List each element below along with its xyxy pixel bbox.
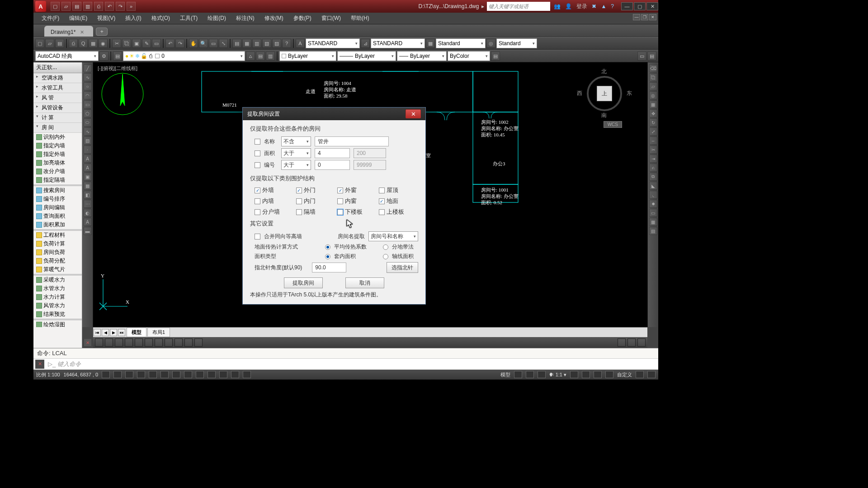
tb-cut-icon[interactable]: ✂ [112, 39, 121, 48]
menu-window[interactable]: 窗口(W) [317, 13, 345, 23]
m1-icon[interactable]: ▭ [649, 209, 657, 217]
sel-area-op[interactable]: 大于 [281, 148, 311, 158]
rotate-icon[interactable]: ↻ [649, 118, 657, 127]
status-drawing-scale[interactable]: 比例 1:100 [36, 371, 60, 378]
palette-item[interactable]: 指定外墙 [33, 150, 82, 159]
sb-r1[interactable] [514, 371, 522, 378]
mdi-restore-button[interactable]: ❐ [641, 14, 648, 20]
tab-prev-icon[interactable]: ◀ [102, 329, 109, 336]
otrack-toggle[interactable] [172, 371, 180, 378]
palette-item[interactable]: 房间负荷 [33, 248, 82, 257]
viewcube-w[interactable]: 西 [577, 89, 582, 97]
3dosnap-toggle[interactable] [160, 371, 169, 378]
a360-icon[interactable]: ▲ [601, 3, 606, 9]
palette-close-icon[interactable]: ✕ [84, 339, 91, 346]
point-icon[interactable]: · [84, 145, 92, 154]
close-button[interactable]: ✕ [646, 2, 658, 10]
viewcube-s[interactable]: 南 [601, 112, 607, 119]
palette-item[interactable]: 加亮墙体 [33, 159, 82, 167]
color-dropdown[interactable]: ByLayer▾ [279, 51, 336, 61]
palette-grp-room[interactable]: 房 间 [33, 123, 82, 133]
trim-icon[interactable]: ✂ [649, 145, 657, 154]
tab-layout1[interactable]: 布局1 [147, 328, 170, 337]
tb-save-icon[interactable]: ▤ [55, 39, 64, 48]
dyn-toggle[interactable] [196, 371, 204, 378]
qat-more-icon[interactable]: » [127, 2, 136, 11]
cmd-close-icon[interactable]: ✕ [35, 360, 44, 369]
ellipse-icon[interactable]: ⬭ [84, 118, 92, 127]
help-search-input[interactable]: 键入关键字或短语 [487, 2, 550, 11]
ortho-toggle[interactable] [125, 371, 133, 378]
tb-ssm-icon[interactable]: ▧ [262, 39, 271, 48]
rdo-heat-zone[interactable] [383, 244, 388, 250]
tb-tbs-icon[interactable]: ▦ [426, 39, 435, 48]
chk-outwin[interactable] [337, 188, 343, 193]
chk-roof[interactable] [379, 188, 385, 193]
grid-toggle[interactable] [113, 371, 122, 378]
palette-item[interactable]: 查询面积 [33, 212, 82, 221]
palette-item[interactable]: 搜索房间 [33, 186, 82, 195]
lwt-toggle[interactable] [208, 371, 216, 378]
palette-item[interactable]: 负荷分配 [33, 257, 82, 265]
new-icon[interactable]: ▢ [51, 2, 60, 11]
t3-icon[interactable]: ▬ [84, 227, 92, 235]
chk-partwall[interactable] [255, 209, 260, 215]
tb-undo2-icon[interactable]: ↶ [165, 39, 175, 48]
viewcube-e[interactable]: 东 [627, 89, 632, 97]
tab-next-icon[interactable]: ▶ [110, 329, 117, 336]
input-name-val[interactable]: 管井 [315, 136, 389, 146]
chamfer-icon[interactable]: ◣ [649, 182, 657, 190]
open-icon[interactable]: ▱ [61, 2, 71, 11]
infocenter-icon[interactable]: 👥 [554, 3, 561, 9]
sb-r9[interactable] [647, 371, 656, 378]
login-link[interactable]: 登录 [576, 3, 587, 10]
layer-prev-icon[interactable]: 🜂 [246, 52, 255, 61]
circle-icon[interactable]: ○ [84, 82, 92, 90]
extract-button[interactable]: 提取房间 [284, 277, 323, 288]
tb-3ddwf-icon[interactable]: ◉ [99, 39, 108, 48]
si-7[interactable] [155, 338, 163, 347]
si-8[interactable] [165, 338, 173, 347]
rdo-heat-avg[interactable] [325, 244, 330, 250]
tablestyle-dropdown[interactable]: Standard▾ [436, 38, 486, 48]
palette-item[interactable]: 负荷计算 [33, 239, 82, 248]
osnap-toggle[interactable] [149, 371, 157, 378]
array-icon[interactable]: ▦ [649, 100, 657, 108]
t1-icon[interactable]: ◐ [84, 209, 92, 217]
layer-dropdown[interactable]: ●☀❄🔓⎙ 0▾ [123, 51, 245, 61]
palette-grp-calc[interactable]: 计 算 [33, 113, 82, 123]
si-5[interactable] [135, 338, 143, 347]
ins-icon[interactable]: ▣ [84, 173, 92, 181]
tb-mark-icon[interactable]: ▨ [272, 39, 281, 48]
mleaderstyle-dropdown[interactable]: Standard▾ [496, 38, 537, 48]
undo-icon[interactable]: ↶ [105, 2, 114, 11]
palette-grp-duct[interactable]: 风 管 [33, 93, 82, 103]
cancel-button[interactable]: 取消 [345, 277, 384, 288]
palette-item[interactable]: 指定隔墙 [33, 176, 82, 184]
app-icon[interactable]: A [35, 1, 46, 12]
tb-preview-icon[interactable]: Q [79, 39, 88, 48]
tb-new-icon[interactable]: ▢ [35, 39, 44, 48]
menu-help[interactable]: 帮助(H) [346, 13, 374, 23]
fillet-icon[interactable]: ◟ [649, 191, 657, 199]
tb-open-icon[interactable]: ▱ [45, 39, 54, 48]
chk-floorabove[interactable] [379, 209, 385, 215]
palette-grp-ducteq[interactable]: 风管设备 [33, 103, 82, 113]
palette-item[interactable]: 结果预览 [33, 310, 82, 319]
menu-draw[interactable]: 绘图(D) [203, 13, 231, 23]
palette-item[interactable]: 改分户墙 [33, 167, 82, 176]
save-icon[interactable]: ▤ [72, 2, 81, 11]
sb-r6[interactable] [594, 371, 602, 378]
si-10[interactable] [184, 338, 193, 347]
menu-modify[interactable]: 修改(M) [260, 13, 288, 23]
tb-zoomp-icon[interactable]: ⤡ [219, 39, 228, 48]
minimize-button[interactable]: — [621, 2, 633, 10]
chk-area[interactable] [255, 150, 260, 156]
tb-block-icon[interactable]: ▭ [152, 39, 161, 48]
linetype-dropdown[interactable]: ByLayer▾ [337, 51, 396, 61]
line-icon[interactable]: ╱ [84, 64, 92, 72]
m3-icon[interactable]: ▤ [649, 227, 657, 235]
maximize-button[interactable]: ▢ [634, 2, 646, 10]
path-arrow-icon[interactable]: ▸ [481, 3, 484, 9]
chk-inwin[interactable] [337, 198, 343, 204]
